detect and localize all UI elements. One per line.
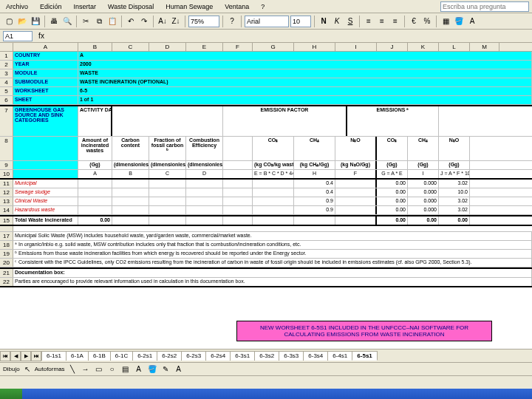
col-header[interactable]: D	[149, 43, 186, 51]
font-size-select[interactable]: 10	[290, 16, 311, 27]
undo-icon[interactable]: ↶	[125, 16, 137, 27]
col-header[interactable]: C	[112, 43, 149, 51]
unit[interactable]: (kg N₂O/Gg)	[335, 161, 377, 169]
value[interactable]: 1 of 1	[78, 96, 532, 104]
sheet-tab[interactable]: 6-2s1	[132, 351, 157, 361]
footnote[interactable]: ᵇ Emissions from those waste incineratio…	[13, 250, 532, 258]
sort-desc-icon[interactable]: Z↓	[170, 16, 182, 27]
align-right-icon[interactable]: ≡	[389, 16, 401, 27]
row-header[interactable]: 14	[0, 206, 13, 214]
sheet-tab[interactable]: 6-3s2	[254, 351, 279, 361]
total-val[interactable]: 0.00	[78, 216, 112, 225]
hdr[interactable]: Fraction of fossil carbon ᵇ	[149, 137, 186, 160]
menu-help[interactable]: ?	[258, 2, 267, 11]
val[interactable]: 0.000	[408, 197, 439, 205]
val[interactable]: 3.02	[439, 197, 470, 205]
unit[interactable]: (Gg)	[377, 161, 408, 169]
col-header[interactable]: G	[253, 43, 294, 51]
menu-ventana[interactable]: Ventana	[222, 2, 252, 11]
val[interactable]: 0.00	[377, 206, 408, 214]
open-icon[interactable]: 📂	[16, 16, 28, 27]
menu-waste-disposal[interactable]: Waste Disposal	[105, 2, 157, 11]
col-header[interactable]: E	[186, 43, 223, 51]
sheet-tab[interactable]: 6-2s4	[205, 351, 231, 361]
percent-icon[interactable]: %	[421, 16, 433, 27]
val[interactable]: 0.000	[408, 206, 439, 214]
val[interactable]: 0.4	[294, 188, 335, 197]
tab-prev-icon[interactable]: ◀	[10, 351, 21, 361]
col-header[interactable]: L	[439, 43, 470, 51]
col-letter[interactable]: G = A * E	[377, 170, 408, 178]
sheet-tab[interactable]: 6-3s4	[303, 351, 328, 361]
category[interactable]: Hazardous waste	[13, 206, 78, 214]
menu-archivo[interactable]: Archivo	[3, 2, 31, 11]
doc-text[interactable]: Parties are encouraged to provide releva…	[13, 278, 532, 286]
col-letter[interactable]: E = B * C * D * 44/12	[253, 170, 294, 178]
col-header[interactable]: K	[408, 43, 439, 51]
sheet-tab[interactable]: 6-2s2	[157, 351, 182, 361]
tab-first-icon[interactable]: ⏮	[0, 351, 10, 361]
row-header[interactable]: 10	[0, 170, 13, 178]
label[interactable]: COUNTRY	[13, 52, 78, 60]
col-letter[interactable]: J = A * F * 10⁻⁶	[439, 170, 470, 178]
oval-icon[interactable]: ○	[106, 364, 118, 375]
sheet-tab[interactable]: 6-1s1	[41, 351, 66, 361]
label[interactable]: YEAR	[13, 61, 78, 69]
footnote[interactable]: Municipal Solic Waste (MSW) includes hou…	[13, 232, 532, 240]
row-header[interactable]: 13	[0, 197, 13, 205]
zoom-select[interactable]: 75%	[188, 16, 219, 27]
val[interactable]: 0.00	[377, 197, 408, 205]
col-header[interactable]: B	[78, 43, 112, 51]
hdr[interactable]: GREENHOUSE GAS SOURCE AND SINK CATEGORIE…	[13, 106, 78, 136]
menu-human-sewage[interactable]: Human Sewage	[163, 2, 216, 11]
name-box[interactable]: A1	[3, 31, 33, 41]
val[interactable]: 0.4	[294, 180, 335, 188]
print-icon[interactable]: 🖶	[48, 16, 60, 27]
value[interactable]: WASTE	[78, 69, 532, 78]
unit[interactable]: (Gg)	[78, 161, 112, 169]
textbox-icon[interactable]: ▤	[120, 364, 132, 375]
sort-asc-icon[interactable]: A↓	[157, 16, 168, 27]
row-header[interactable]: 7	[0, 106, 13, 136]
font-select[interactable]: Arial	[245, 16, 289, 27]
footnote[interactable]: ᶜ Consistent with the IPCC Guidelines, o…	[13, 259, 532, 267]
val[interactable]: 3.02	[439, 180, 470, 188]
total-val[interactable]: 0.00	[408, 216, 439, 225]
unit[interactable]: (dimensionless)	[186, 161, 223, 169]
label[interactable]: MODULE	[13, 69, 78, 78]
value[interactable]: 2000	[78, 61, 532, 69]
hdr[interactable]: ACTIVITY DATA	[78, 106, 112, 136]
tab-next-icon[interactable]: ▶	[21, 351, 31, 361]
total-val[interactable]: 0.00	[439, 216, 470, 225]
fill-color-icon[interactable]: 🪣	[453, 16, 465, 27]
autoshapes-menu[interactable]: Autoformas	[35, 366, 65, 372]
row-header[interactable]: 1	[0, 52, 13, 60]
hdr[interactable]: N₂O	[439, 137, 470, 160]
italic-icon[interactable]: K	[331, 16, 343, 27]
col-header[interactable]: A	[13, 43, 78, 51]
doc-header[interactable]: Documentation box:	[13, 269, 532, 277]
line-icon[interactable]: ╲	[66, 364, 78, 375]
borders-icon[interactable]: ▦	[440, 16, 451, 27]
tab-last-icon[interactable]: ⏭	[31, 351, 41, 361]
bold-icon[interactable]: N	[318, 16, 330, 27]
row-header[interactable]: 4	[0, 78, 13, 86]
label[interactable]: SHEET	[13, 96, 78, 104]
col-letter[interactable]: I	[408, 170, 439, 178]
paste-icon[interactable]: 📋	[106, 16, 118, 27]
sheet-tab[interactable]: 6-2s3	[181, 351, 206, 361]
row-header[interactable]: 8	[0, 137, 13, 160]
row-header[interactable]: 6	[0, 96, 13, 104]
sheet-tab[interactable]: 6-4s1	[327, 351, 352, 361]
col-letter[interactable]: B	[112, 170, 149, 178]
hdr[interactable]: CO₂	[253, 137, 294, 160]
sheet-tab[interactable]: 6-3s1	[230, 351, 255, 361]
copy-icon[interactable]: ⧉	[93, 16, 105, 27]
sheet-tab[interactable]: 6-1A	[66, 351, 89, 361]
hdr[interactable]: CH₄	[294, 137, 335, 160]
val[interactable]: 0.00	[377, 180, 408, 188]
col-letter[interactable]: D	[186, 170, 223, 178]
draw-menu[interactable]: Dibujo	[3, 366, 20, 372]
hdr[interactable]: Combustion Efficiency	[186, 137, 223, 160]
unit[interactable]: (Gg)	[408, 161, 439, 169]
